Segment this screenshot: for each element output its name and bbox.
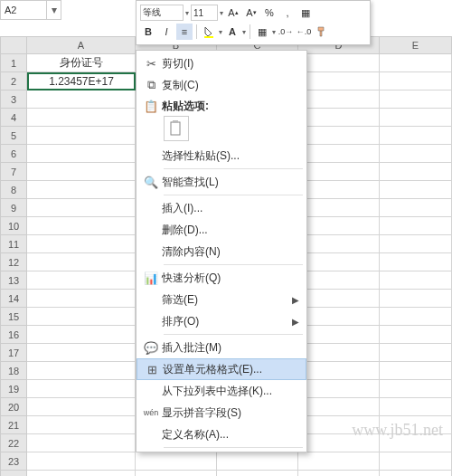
format-icon[interactable]: ▦ — [297, 5, 314, 21]
cell[interactable] — [380, 380, 452, 398]
cell[interactable] — [380, 326, 452, 344]
menu-insert[interactable]: 插入(I)... — [137, 197, 306, 219]
row-header[interactable]: 14 — [0, 290, 27, 308]
cell[interactable] — [136, 452, 217, 471]
cell[interactable] — [298, 109, 380, 127]
decrease-font-icon[interactable]: A▾ — [243, 5, 259, 21]
cell[interactable] — [298, 199, 380, 217]
menu-smart-lookup[interactable]: 🔍 智能查找(L) — [137, 171, 306, 193]
cell[interactable] — [298, 416, 380, 434]
font-color-icon[interactable]: A — [224, 24, 240, 40]
row-header[interactable]: 11 — [0, 235, 27, 253]
cell[interactable] — [380, 308, 452, 326]
row-header[interactable]: 20 — [0, 398, 27, 416]
cell[interactable] — [380, 271, 452, 290]
row-header[interactable]: 18 — [0, 362, 27, 380]
cell[interactable] — [380, 54, 452, 72]
cell[interactable]: 1.23457E+17 — [27, 72, 136, 90]
cell[interactable] — [380, 344, 452, 362]
menu-sort[interactable]: 排序(O) ▶ — [137, 310, 306, 332]
cell[interactable] — [380, 434, 452, 452]
cell[interactable] — [27, 199, 136, 217]
menu-pick-from-list[interactable]: 从下拉列表中选择(K)... — [137, 380, 306, 402]
increase-font-icon[interactable]: A▴ — [225, 5, 241, 21]
column-header-e[interactable]: E — [380, 36, 452, 54]
row-header[interactable]: 2 — [0, 72, 27, 90]
cell[interactable] — [27, 416, 136, 434]
cell[interactable] — [298, 290, 380, 308]
menu-delete[interactable]: 删除(D)... — [137, 219, 306, 241]
cell[interactable] — [27, 127, 136, 145]
decimal-inc-icon[interactable]: .0→ — [278, 24, 294, 40]
cell[interactable] — [298, 471, 380, 476]
paste-option-button[interactable] — [164, 116, 189, 141]
row-header[interactable]: 23 — [0, 452, 27, 471]
menu-format-cells[interactable]: ⊞ 设置单元格格式(E)... — [137, 358, 306, 380]
cell[interactable] — [298, 217, 380, 235]
cell[interactable] — [298, 434, 380, 452]
cell[interactable] — [27, 452, 136, 471]
cell[interactable] — [380, 181, 452, 199]
cell[interactable] — [27, 271, 136, 290]
cell[interactable] — [380, 253, 452, 271]
cell[interactable] — [298, 362, 380, 380]
cell[interactable] — [298, 452, 380, 471]
align-icon[interactable]: ≡ — [176, 24, 193, 40]
cell[interactable] — [380, 235, 452, 253]
row-header[interactable]: 4 — [0, 109, 27, 127]
row-header[interactable]: 6 — [0, 145, 27, 163]
column-header-a[interactable]: A — [27, 36, 136, 54]
font-size-select[interactable]: 11 — [191, 5, 218, 21]
cell[interactable] — [298, 127, 380, 145]
cell[interactable] — [380, 398, 452, 416]
cell[interactable] — [298, 54, 380, 72]
italic-button[interactable]: I — [158, 24, 174, 40]
row-header[interactable]: 5 — [0, 127, 27, 145]
menu-cut[interactable]: ✂ 剪切(I) — [137, 52, 306, 74]
cell[interactable] — [298, 344, 380, 362]
comma-button[interactable]: , — [279, 5, 296, 21]
border-icon[interactable]: ▦ — [254, 24, 270, 40]
cell[interactable] — [298, 145, 380, 163]
cell[interactable] — [136, 471, 217, 476]
cell[interactable] — [298, 308, 380, 326]
row-header[interactable]: 12 — [0, 253, 27, 271]
cell[interactable] — [27, 362, 136, 380]
cell[interactable] — [298, 181, 380, 199]
cell[interactable] — [298, 90, 380, 109]
menu-define-name[interactable]: 定义名称(A)... — [137, 424, 306, 445]
cell[interactable] — [27, 217, 136, 235]
cell[interactable] — [298, 235, 380, 253]
cell[interactable] — [298, 253, 380, 271]
cell[interactable] — [380, 362, 452, 380]
cell[interactable] — [380, 199, 452, 217]
cell[interactable] — [27, 308, 136, 326]
cell[interactable] — [27, 145, 136, 163]
percent-button[interactable]: % — [261, 5, 278, 21]
cell[interactable] — [298, 163, 380, 181]
name-box[interactable]: A2 — [0, 0, 47, 20]
cell[interactable] — [298, 398, 380, 416]
menu-copy[interactable]: ⧉ 复制(C) — [137, 74, 306, 96]
bold-button[interactable]: B — [140, 24, 156, 40]
cell[interactable] — [27, 398, 136, 416]
fill-color-icon[interactable] — [201, 24, 217, 40]
row-header[interactable]: 13 — [0, 271, 27, 290]
cell[interactable] — [217, 471, 298, 476]
cell[interactable] — [298, 326, 380, 344]
row-header[interactable]: 8 — [0, 181, 27, 199]
cell[interactable] — [27, 163, 136, 181]
cell[interactable] — [380, 163, 452, 181]
menu-insert-comment[interactable]: 💬 插入批注(M) — [137, 337, 306, 358]
select-all-corner[interactable] — [0, 36, 27, 54]
format-painter-icon[interactable] — [314, 24, 330, 40]
row-header[interactable]: 21 — [0, 416, 27, 434]
cell[interactable] — [27, 90, 136, 109]
menu-filter[interactable]: 筛选(E) ▶ — [137, 289, 306, 310]
menu-clear[interactable]: 清除内容(N) — [137, 241, 306, 262]
row-header[interactable]: 15 — [0, 308, 27, 326]
font-select[interactable]: 等线 — [140, 5, 184, 21]
row-header[interactable]: 24 — [0, 471, 27, 476]
cell[interactable] — [298, 271, 380, 290]
cell[interactable]: 身份证号 — [27, 54, 136, 72]
